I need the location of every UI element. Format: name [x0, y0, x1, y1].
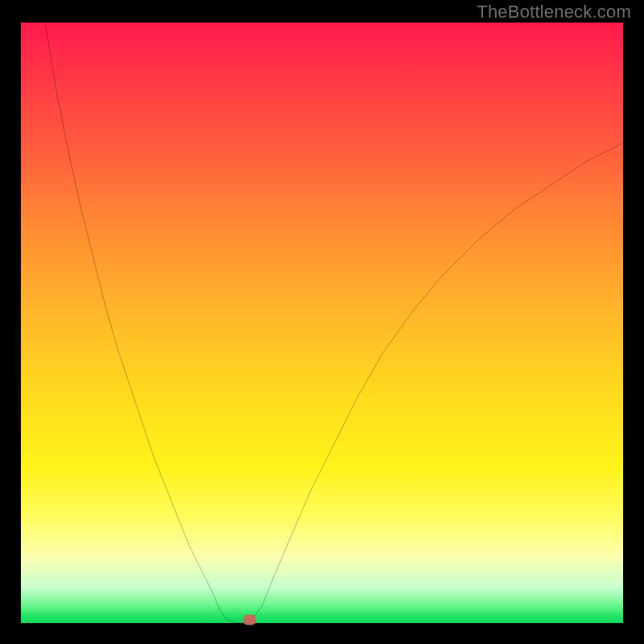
- curve-svg: [21, 23, 623, 625]
- chart-frame: TheBottleneck.com: [0, 0, 644, 644]
- watermark-text: TheBottleneck.com: [477, 2, 631, 23]
- plot-area: [21, 23, 623, 623]
- bottleneck-curve-path: [45, 23, 623, 623]
- minimum-marker: [243, 615, 256, 625]
